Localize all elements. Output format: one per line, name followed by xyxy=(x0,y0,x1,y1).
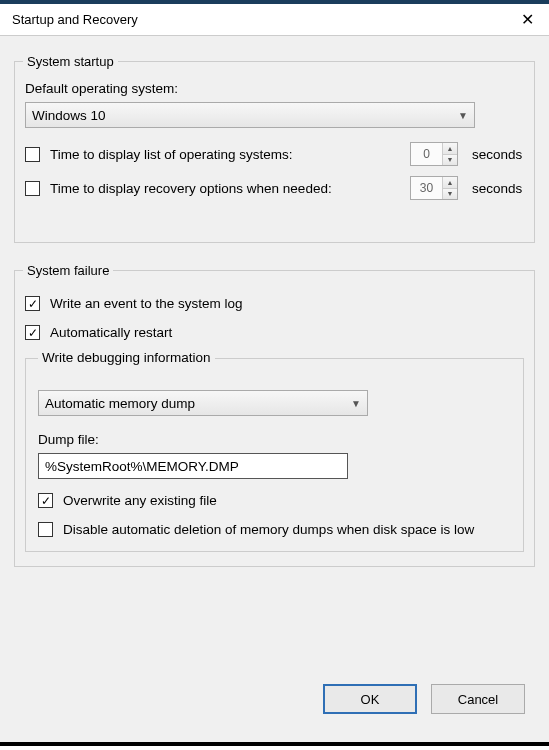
row-disable-auto-delete: ✓ Disable automatic deletion of memory d… xyxy=(38,522,511,537)
titlebar: Startup and Recovery ✕ xyxy=(0,0,549,36)
dialog-buttons: OK Cancel xyxy=(323,684,525,714)
chevron-down-icon: ▼ xyxy=(351,398,361,409)
check-icon: ✓ xyxy=(28,298,38,310)
spinner-down-icon[interactable]: ▼ xyxy=(443,154,457,166)
spinner-list-os-value: 0 xyxy=(411,143,443,165)
window-title: Startup and Recovery xyxy=(12,12,517,27)
chevron-down-icon: ▼ xyxy=(458,110,468,121)
row-overwrite: ✓ Overwrite any existing file xyxy=(38,493,511,508)
dump-file-value: %SystemRoot%\MEMORY.DMP xyxy=(45,459,239,474)
dialog-body: System startup Default operating system:… xyxy=(0,36,549,746)
checkbox-overwrite[interactable]: ✓ xyxy=(38,493,53,508)
default-os-value: Windows 10 xyxy=(32,108,458,123)
check-icon: ✓ xyxy=(28,327,38,339)
checkbox-disable-auto-delete[interactable]: ✓ xyxy=(38,522,53,537)
spinner-list-os[interactable]: 0 ▲ ▼ xyxy=(410,142,458,166)
checkbox-list-os-label: Time to display list of operating system… xyxy=(50,147,293,162)
seconds-label: seconds xyxy=(472,181,524,196)
default-os-label: Default operating system: xyxy=(25,81,178,96)
default-os-combo[interactable]: Windows 10 ▼ xyxy=(25,102,475,128)
row-recovery-time: ✓ Time to display recovery options when … xyxy=(25,176,524,200)
seconds-label: seconds xyxy=(472,147,524,162)
close-icon[interactable]: ✕ xyxy=(517,10,537,29)
spinner-up-icon[interactable]: ▲ xyxy=(443,143,457,154)
row-list-os: ✓ Time to display list of operating syst… xyxy=(25,142,524,166)
spinner-up-icon[interactable]: ▲ xyxy=(443,177,457,188)
check-icon: ✓ xyxy=(41,495,51,507)
legend-system-failure: System failure xyxy=(23,263,113,278)
dump-file-label: Dump file: xyxy=(38,432,99,447)
checkbox-recovery-time-label: Time to display recovery options when ne… xyxy=(50,181,332,196)
debug-combo-value: Automatic memory dump xyxy=(45,396,351,411)
checkbox-disable-auto-delete-label: Disable automatic deletion of memory dum… xyxy=(63,522,474,537)
spinner-recovery-value: 30 xyxy=(411,177,443,199)
row-write-event: ✓ Write an event to the system log xyxy=(25,296,524,311)
group-debug-info-label: Write debugging information xyxy=(38,350,215,365)
dump-file-input[interactable]: %SystemRoot%\MEMORY.DMP xyxy=(38,453,348,479)
cancel-button[interactable]: Cancel xyxy=(431,684,525,714)
debug-combo[interactable]: Automatic memory dump ▼ xyxy=(38,390,368,416)
row-auto-restart: ✓ Automatically restart xyxy=(25,325,524,340)
checkbox-list-os[interactable]: ✓ xyxy=(25,147,40,162)
checkbox-auto-restart-label: Automatically restart xyxy=(50,325,172,340)
checkbox-overwrite-label: Overwrite any existing file xyxy=(63,493,217,508)
ok-button[interactable]: OK xyxy=(323,684,417,714)
group-system-startup: System startup Default operating system:… xyxy=(14,54,535,243)
checkbox-write-event-label: Write an event to the system log xyxy=(50,296,243,311)
checkbox-auto-restart[interactable]: ✓ xyxy=(25,325,40,340)
checkbox-write-event[interactable]: ✓ xyxy=(25,296,40,311)
group-system-failure: System failure ✓ Write an event to the s… xyxy=(14,263,535,567)
group-debug-info: Write debugging information Automatic me… xyxy=(25,358,524,552)
legend-system-startup: System startup xyxy=(23,54,118,69)
checkbox-recovery-time[interactable]: ✓ xyxy=(25,181,40,196)
spinner-recovery-time[interactable]: 30 ▲ ▼ xyxy=(410,176,458,200)
spinner-down-icon[interactable]: ▼ xyxy=(443,188,457,200)
